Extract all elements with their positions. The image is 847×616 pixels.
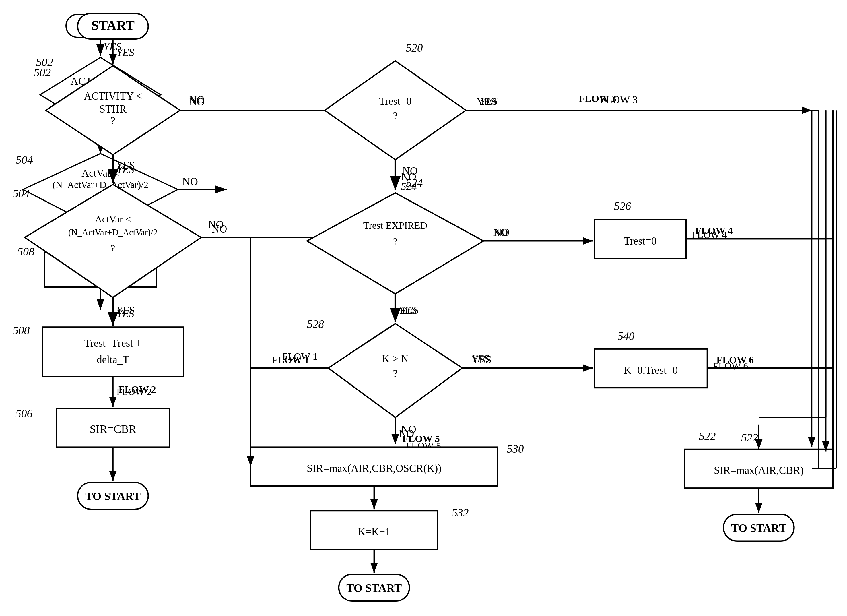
lbl-506: 506 [15, 407, 32, 420]
lbl-540: 540 [618, 330, 635, 343]
expired-l2: ? [393, 236, 397, 247]
trest-zero-text: Trest=0 [624, 235, 657, 247]
to-start-1-text: TO START [85, 490, 140, 502]
start-text: START [91, 18, 134, 33]
lbl-530: 530 [507, 443, 524, 455]
sir-cbr-text: SIR=CBR [90, 423, 136, 436]
lbl-522-top: 522 [741, 431, 758, 444]
flow1-txt: FLOW 1 [272, 354, 309, 365]
sir-max-oscr-text: SIR=max(AIR,CBR,OSCR(K)) [307, 462, 441, 474]
yes-expired-lbl: YES [401, 304, 419, 316]
trest-add-l2: delta_T [97, 354, 129, 365]
lbl-504: 504 [13, 187, 30, 200]
no-520-lbl: NO [402, 165, 418, 177]
no-kgtn-lbl: NO [401, 423, 416, 435]
flow2-txt: FLOW 2 [118, 384, 156, 395]
activity-l3: ? [111, 115, 115, 127]
lbl-532: 532 [452, 506, 469, 519]
yes-502-lbl: YES [117, 159, 134, 171]
sir-max-air-cbr-text: SIR=max(AIR,CBR) [714, 464, 804, 477]
trest0-l1: Trest=0 [379, 95, 412, 107]
no-expired-lbl: NO [494, 226, 509, 238]
flow6-txt: FLOW 6 [716, 354, 754, 365]
diagram-svg: START YES ACTIVITY < STHR ? 502 NO YES A… [0, 0, 847, 616]
no-502-lbl: NO [189, 94, 204, 106]
actvar-l1: ActVar < [95, 214, 131, 225]
yes-504-lbl: YES [117, 304, 134, 316]
lbl-508: 508 [13, 324, 30, 337]
flow3-txt: FLOW 3 [579, 93, 616, 104]
kplus1-text: K=K+1 [358, 526, 390, 538]
trest0-l2: ? [393, 110, 397, 122]
to-start-3-text: TO START [731, 522, 786, 535]
to-start-2-text: TO START [346, 582, 402, 594]
lbl-528: 528 [307, 318, 324, 330]
expired-l1: Trest EXPIRED [363, 220, 428, 231]
lbl-526: 526 [614, 200, 631, 213]
svg-rect-21 [43, 327, 184, 376]
main-diagram: START YES ACTIVITY < STHR ? 502 NO YES A… [0, 0, 847, 616]
lbl-524: 524 [406, 177, 423, 189]
lbl-520: 520 [406, 41, 423, 54]
no-504-lbl: NO [208, 219, 223, 230]
yes-520-lbl: YES [480, 95, 498, 107]
svg-marker-18 [25, 185, 201, 298]
kzero-text: K=0,Trest=0 [624, 364, 678, 376]
activity-l1: ACTIVITY < [84, 90, 142, 102]
flow4-txt: FLOW 4 [695, 225, 732, 236]
trest-add-l1: Trest=Trest + [84, 337, 142, 349]
kgtn-l1: K > N [382, 353, 409, 365]
lbl-502: 502 [34, 66, 51, 79]
actvar-l2: (N_ActVar+D_ActVar)/2 [68, 227, 158, 237]
yes-kgtn-lbl: YES [471, 353, 489, 365]
activity-l2: STHR [99, 103, 127, 115]
lbl-522: 522 [699, 430, 716, 443]
actvar-l3: ? [111, 242, 115, 254]
yes-start: YES [117, 46, 134, 58]
kgtn-l2: ? [393, 368, 397, 380]
